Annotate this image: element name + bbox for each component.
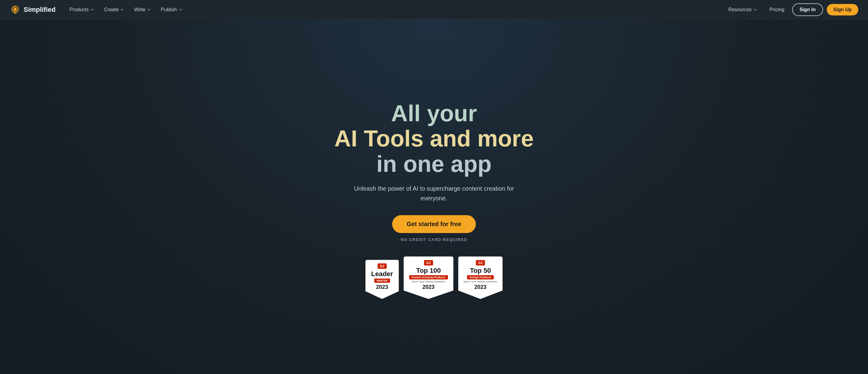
cta-button[interactable]: Get started for free bbox=[392, 215, 476, 233]
badge-sub-label-design: Design Products bbox=[467, 275, 494, 279]
brand-name: Simplified bbox=[24, 6, 56, 14]
badge-leader: G2 Leader WINTER 2023 bbox=[366, 260, 399, 299]
badge-detail-2: BEST SOFTWARE AWARDS bbox=[412, 280, 445, 283]
chevron-down-icon bbox=[120, 8, 124, 12]
badge-top100: G2 Top 100 Fastest Growing Products BEST… bbox=[404, 257, 454, 299]
badge-main-label-leader: Leader bbox=[371, 271, 393, 277]
nav-item-resources[interactable]: Resources bbox=[724, 5, 762, 15]
logo-link[interactable]: Simplified bbox=[10, 4, 56, 15]
signin-button[interactable]: Sign In bbox=[792, 3, 823, 16]
nav-item-pricing[interactable]: Pricing bbox=[765, 5, 788, 15]
badge-sub-label-fastest: Fastest Growing Products bbox=[409, 275, 448, 279]
nav-left: Simplified Products Create Write bbox=[10, 4, 187, 15]
chevron-down-icon bbox=[147, 8, 151, 12]
nav-item-products[interactable]: Products bbox=[65, 5, 99, 15]
awards-badges-row: G2 Leader WINTER 2023 G2 Top 100 Fastest… bbox=[366, 257, 502, 299]
badge-g2-label-3: G2 bbox=[476, 260, 485, 266]
hero-section: All your AI Tools and more in one app Un… bbox=[0, 20, 868, 374]
nav-item-publish[interactable]: Publish bbox=[156, 5, 187, 15]
badge-leader-shape: G2 Leader WINTER 2023 bbox=[366, 260, 399, 299]
badge-detail-3: BEST SOFTWARE AWARDS bbox=[464, 280, 497, 283]
badge-main-label-top100: Top 100 bbox=[416, 267, 441, 274]
hero-subtitle: Unleash the power of AI to supercharge c… bbox=[343, 184, 525, 203]
badge-top100-shape: G2 Top 100 Fastest Growing Products BEST… bbox=[404, 257, 454, 299]
badge-top50-shape: G2 Top 50 Design Products BEST SOFTWARE … bbox=[458, 257, 502, 299]
hero-title: All your AI Tools and more in one app bbox=[334, 101, 533, 177]
badge-top50: G2 Top 50 Design Products BEST SOFTWARE … bbox=[458, 257, 502, 299]
logo-icon bbox=[10, 4, 21, 15]
badge-year-3: 2023 bbox=[474, 284, 487, 291]
badge-year-1: 2023 bbox=[376, 284, 388, 291]
no-credit-label: NO CREDIT CARD REQUIRED bbox=[401, 237, 467, 242]
badge-main-label-top50: Top 50 bbox=[470, 267, 491, 274]
badge-sub-label-winter: WINTER bbox=[374, 278, 390, 283]
badge-year-2: 2023 bbox=[423, 284, 435, 291]
nav-item-write[interactable]: Write bbox=[130, 5, 155, 15]
chevron-down-icon bbox=[90, 8, 94, 12]
badge-g2-label: G2 bbox=[378, 263, 387, 269]
signup-button[interactable]: Sign Up bbox=[827, 4, 858, 15]
chevron-down-icon bbox=[753, 8, 757, 12]
badge-g2-label-2: G2 bbox=[424, 260, 433, 266]
nav-item-create[interactable]: Create bbox=[100, 5, 129, 15]
nav-right: Resources Pricing Sign In Sign Up bbox=[724, 3, 858, 16]
chevron-down-icon bbox=[178, 8, 183, 12]
nav-menu: Products Create Write Publish bbox=[65, 5, 187, 15]
navbar: Simplified Products Create Write bbox=[0, 0, 868, 20]
